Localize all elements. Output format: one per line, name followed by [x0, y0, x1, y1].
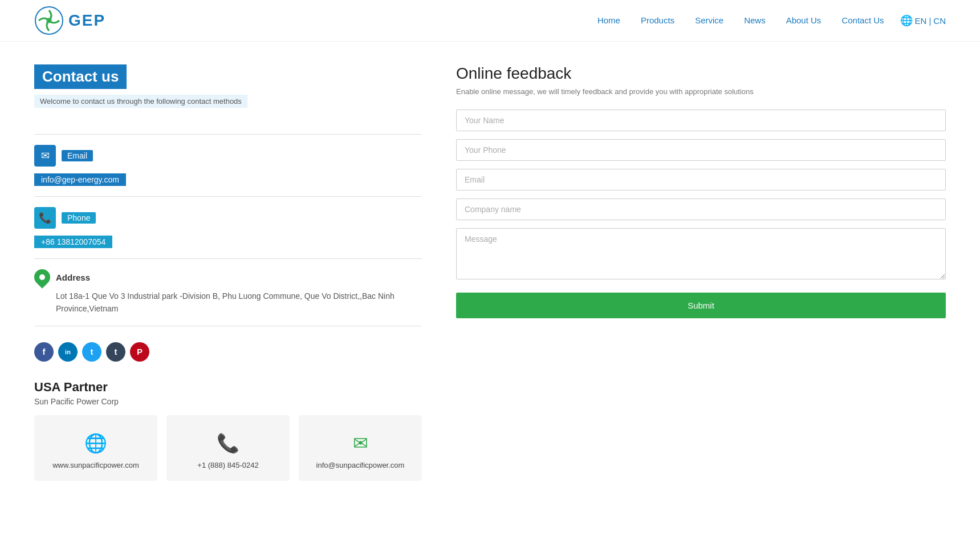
nav-products[interactable]: Products	[631, 11, 685, 31]
linkedin-button[interactable]: in	[58, 342, 78, 362]
email-header: ✉ Email	[34, 145, 422, 167]
facebook-button[interactable]: f	[34, 342, 54, 362]
header: GEP Home Products Service News About Us …	[0, 0, 980, 42]
globe-partner-icon: 🌐	[84, 432, 107, 454]
nav-contact[interactable]: Contact Us	[831, 11, 894, 31]
partner-card-phone: 📞 +1 (888) 845-0242	[166, 415, 290, 481]
partner-card-website: 🌐 www.sunpacificpower.com	[34, 415, 157, 481]
logo-icon	[34, 6, 64, 35]
nav-news[interactable]: News	[734, 11, 776, 31]
partner-phone-text: +1 (888) 845-0242	[197, 461, 258, 469]
left-panel: Contact us Welcome to contact us through…	[34, 64, 422, 492]
email-section: ✉ Email info@gep-energy.com	[34, 145, 422, 186]
globe-icon: 🌐	[900, 14, 913, 27]
feedback-title: Online feedback	[456, 64, 946, 83]
twitter-button[interactable]: t	[82, 342, 101, 362]
name-field-wrapper	[456, 110, 946, 131]
phone-header: 📞 Phone	[34, 207, 422, 229]
main-content: Contact us Welcome to contact us through…	[0, 42, 980, 515]
email-label: Email	[62, 150, 93, 161]
divider-4	[34, 326, 422, 326]
address-section: Address Lot 18a-1 Que Vo 3 Industrial pa…	[34, 269, 422, 315]
logo-area: GEP	[34, 6, 105, 35]
message-input[interactable]	[456, 228, 946, 279]
message-field-wrapper	[456, 228, 946, 281]
right-panel: Online feedback Enable online message, w…	[456, 64, 946, 492]
lang-en[interactable]: EN	[915, 16, 927, 26]
email-icon-box: ✉	[34, 145, 56, 167]
contact-subtitle: Welcome to contact us through the follow…	[34, 95, 247, 108]
phone-input[interactable]	[456, 139, 946, 161]
email-partner-icon: ✉	[353, 432, 368, 454]
divider-3	[34, 258, 422, 259]
nav-about[interactable]: About Us	[776, 11, 832, 31]
address-header: Address	[34, 269, 422, 285]
phone-section: 📞 Phone +86 13812007054	[34, 207, 422, 248]
address-label: Address	[56, 273, 90, 282]
logo-text: GEP	[68, 11, 105, 30]
feedback-subtitle: Enable online message, we will timely fe…	[456, 87, 946, 96]
email-icon: ✉	[41, 149, 50, 162]
phone-value: +86 13812007054	[34, 236, 112, 248]
usa-partner-section: USA Partner Sun Pacific Power Corp 🌐 www…	[34, 380, 422, 481]
address-pin-icon	[31, 266, 54, 289]
phone-icon: 📞	[39, 212, 51, 224]
usa-partner-subtitle: Sun Pacific Power Corp	[34, 397, 422, 406]
pinterest-button[interactable]: P	[130, 342, 149, 362]
partner-website-text: www.sunpacificpower.com	[52, 461, 139, 469]
usa-partner-title: USA Partner	[34, 380, 422, 395]
nav-service[interactable]: Service	[685, 11, 734, 31]
lang-cn[interactable]: CN	[933, 16, 946, 26]
social-row: f in t t P	[34, 342, 422, 362]
phone-field-wrapper	[456, 139, 946, 161]
address-text: Lot 18a-1 Que Vo 3 Industrial park -Divi…	[56, 290, 422, 315]
name-input[interactable]	[456, 110, 946, 131]
nav-home[interactable]: Home	[587, 11, 631, 31]
divider-1	[34, 134, 422, 135]
company-input[interactable]	[456, 198, 946, 220]
divider-2	[34, 196, 422, 197]
email-value: info@gep-energy.com	[34, 173, 126, 186]
contact-us-title: Contact us	[34, 64, 127, 89]
svg-point-1	[46, 18, 52, 23]
lang-switcher: 🌐 EN | CN	[900, 14, 946, 27]
tumblr-button[interactable]: t	[106, 342, 125, 362]
partner-card-email: ✉ info@sunpacificpower.com	[299, 415, 422, 481]
email-field-wrapper	[456, 169, 946, 191]
partner-email-text: info@sunpacificpower.com	[316, 461, 405, 469]
company-field-wrapper	[456, 198, 946, 220]
nav: Home Products Service News About Us Cont…	[587, 11, 894, 31]
phone-icon-box: 📞	[34, 207, 56, 229]
lang-separator: |	[929, 16, 931, 26]
phone-label: Phone	[62, 212, 96, 224]
submit-button[interactable]: Submit	[456, 293, 946, 318]
email-input[interactable]	[456, 169, 946, 191]
phone-partner-icon: 📞	[217, 432, 239, 454]
partner-cards: 🌐 www.sunpacificpower.com 📞 +1 (888) 845…	[34, 415, 422, 481]
